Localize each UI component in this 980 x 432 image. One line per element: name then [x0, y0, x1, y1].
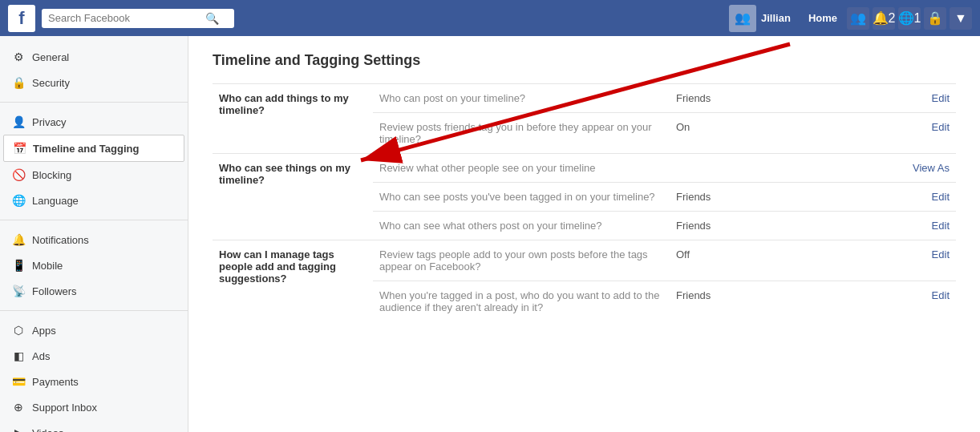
followers-icon: 📡 [11, 284, 26, 298]
sidebar-label-payments: Payments [32, 376, 79, 388]
section-see-things-header: Who can see things on my timeline? Revie… [213, 154, 956, 183]
setting-value-1-1: Friends [670, 183, 766, 212]
home-link[interactable]: Home [808, 12, 837, 24]
settings-table: Who can add things to my timeline? Who c… [213, 83, 956, 321]
search-input[interactable] [48, 12, 200, 24]
setting-desc-2-0: Review tags people add to your own posts… [373, 240, 670, 281]
friends-icon-button[interactable]: 👥 [847, 7, 869, 30]
setting-value-1-0 [670, 154, 766, 183]
setting-value-0-0: Friends [670, 84, 766, 113]
sidebar-label-mobile: Mobile [32, 260, 63, 272]
sidebar-label-followers: Followers [32, 285, 77, 297]
setting-desc-1-1: Who can see posts you've been tagged in … [373, 183, 670, 212]
timeline-icon: 📅 [12, 141, 26, 155]
setting-action-0-1[interactable]: Edit [766, 113, 956, 154]
sidebar-item-mobile[interactable]: 📱 Mobile [0, 252, 188, 278]
setting-action-1-1[interactable]: Edit [766, 183, 956, 212]
facebook-logo: f [8, 5, 35, 32]
sidebar-divider-2 [0, 220, 188, 220]
sidebar-label-timeline: Timeline and Tagging [33, 143, 139, 155]
sidebar-divider-3 [0, 310, 188, 311]
sidebar-item-notifications[interactable]: 🔔 Notifications [0, 227, 188, 252]
setting-desc-0-0: Who can post on your timeline? [373, 84, 670, 113]
sidebar-item-payments[interactable]: 💳 Payments [0, 369, 188, 394]
setting-action-0-0[interactable]: Edit [766, 84, 956, 113]
sidebar-label-privacy: Privacy [32, 116, 67, 128]
search-icon: 🔍 [205, 12, 219, 25]
sidebar-label-notifications: Notifications [32, 234, 89, 246]
setting-desc-0-1: Review posts friends tag you in before t… [373, 113, 670, 154]
mobile-icon: 📱 [11, 258, 26, 273]
sidebar-item-blocking[interactable]: 🚫 Blocking [0, 162, 188, 188]
search-bar[interactable]: 🔍 [42, 9, 234, 28]
setting-desc-1-0: Review what other people see on your tim… [373, 154, 670, 183]
sidebar-item-timeline-tagging[interactable]: 📅 Timeline and Tagging [3, 135, 184, 162]
globe-badge: 1 [914, 11, 921, 26]
privacy-icon: 👤 [11, 115, 26, 129]
sidebar-divider-1 [0, 102, 188, 103]
sidebar-label-ads: Ads [32, 350, 50, 362]
notifications-sidebar-icon: 🔔 [11, 232, 26, 247]
section-label-add: Who can add things to my timeline? [213, 84, 373, 154]
dropdown-button[interactable]: ▼ [950, 7, 972, 30]
sidebar-label-apps: Apps [32, 325, 56, 337]
setting-action-1-2[interactable]: Edit [766, 212, 956, 240]
notifications-button[interactable]: 🔔 2 [873, 7, 895, 30]
page-title: Timeline and Tagging Settings [213, 52, 956, 69]
sidebar-item-apps[interactable]: ⬡ Apps [0, 317, 188, 343]
apps-icon: ⬡ [11, 323, 26, 337]
sidebar-item-support-inbox[interactable]: ⊕ Support Inbox [0, 394, 188, 420]
sidebar-item-security[interactable]: 🔒 Security [0, 70, 188, 95]
sidebar-label-language: Language [32, 195, 79, 207]
ads-icon: ◧ [11, 349, 26, 363]
sidebar-label-videos: Videos [32, 427, 64, 433]
general-icon: ⚙ [11, 50, 26, 64]
sidebar-item-followers[interactable]: 📡 Followers [0, 278, 188, 304]
sidebar-label-blocking: Blocking [32, 169, 71, 181]
language-icon: 🌐 [11, 193, 26, 208]
setting-value-2-0: Off [670, 240, 766, 281]
videos-icon: ▶ [11, 426, 26, 432]
sidebar-item-language[interactable]: 🌐 Language [0, 188, 188, 213]
sidebar-item-videos[interactable]: ▶ Videos [0, 420, 188, 432]
section-label-tags: How can I manage tags people add and tag… [213, 240, 373, 322]
blocking-icon: 🚫 [11, 168, 26, 182]
main-content: Timeline and Tagging Settings Who can ad… [188, 36, 980, 432]
nav-user[interactable]: 👥 Jillian [729, 5, 791, 32]
setting-action-2-1[interactable]: Edit [766, 281, 956, 322]
payments-icon: 💳 [11, 374, 26, 389]
sidebar-label-security: Security [32, 77, 70, 89]
setting-action-2-0[interactable]: Edit [766, 240, 956, 281]
globe-button[interactable]: 🌐 1 [898, 7, 921, 30]
notifications-badge: 2 [889, 11, 896, 26]
sidebar-label-general: General [32, 51, 69, 63]
setting-value-1-2: Friends [670, 212, 766, 240]
sidebar-label-support: Support Inbox [32, 402, 97, 414]
avatar: 👥 [729, 5, 756, 32]
setting-value-0-1: On [670, 113, 766, 154]
top-navigation: f 🔍 👥 Jillian Home 👥 🔔 2 🌐 1 🔒 ▼ [0, 0, 980, 36]
sidebar: ⚙ General 🔒 Security 👤 Privacy 📅 Timelin… [0, 36, 188, 432]
support-icon: ⊕ [11, 400, 26, 414]
sidebar-item-general[interactable]: ⚙ General [0, 44, 188, 70]
security-icon: 🔒 [11, 75, 26, 90]
section-label-see: Who can see things on my timeline? [213, 154, 373, 240]
sidebar-item-privacy[interactable]: 👤 Privacy [0, 109, 188, 135]
sidebar-item-ads[interactable]: ◧ Ads [0, 343, 188, 369]
section-add-things-header: Who can add things to my timeline? Who c… [213, 84, 956, 113]
user-name: Jillian [761, 12, 791, 24]
setting-desc-1-2: Who can see what others post on your tim… [373, 212, 670, 240]
page-layout: ⚙ General 🔒 Security 👤 Privacy 📅 Timelin… [0, 36, 980, 432]
setting-value-2-1: Friends [670, 281, 766, 322]
section-manage-tags-header: How can I manage tags people add and tag… [213, 240, 956, 281]
setting-action-1-0[interactable]: View As [766, 154, 956, 183]
lock-button[interactable]: 🔒 [924, 7, 946, 30]
nav-right: 👥 Jillian Home 👥 🔔 2 🌐 1 🔒 ▼ [729, 5, 972, 32]
setting-desc-2-1: When you're tagged in a post, who do you… [373, 281, 670, 322]
